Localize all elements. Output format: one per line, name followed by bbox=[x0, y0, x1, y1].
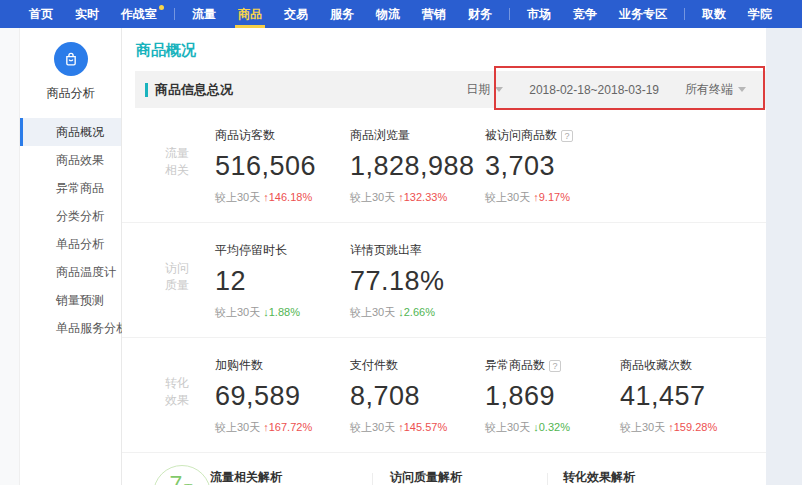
change-up: ↑9.17% bbox=[533, 191, 570, 203]
insight-visit-quality: 访问质量解析 虽然商品详情页日均跳出率比同行平均好，但平均停留时间低于同行平均，… bbox=[390, 469, 562, 485]
help-icon[interactable] bbox=[561, 130, 573, 142]
sidebar-item-single-item-analysis[interactable]: 单品分析 bbox=[20, 230, 121, 258]
page-title: 商品概况 bbox=[122, 28, 766, 71]
chevron-down-icon bbox=[495, 87, 503, 92]
nav-divider bbox=[509, 8, 510, 20]
group-label-traffic: 流量相关 bbox=[165, 127, 215, 205]
terminal-filter-dropdown[interactable]: 所有终端 bbox=[685, 81, 746, 98]
column-divider bbox=[372, 473, 373, 485]
main-content: 商品概况 商品信息总况 日期 2018-02-18~2018-03-19 所有终… bbox=[122, 28, 766, 485]
insight-traffic: 流量相关解析 bbox=[210, 469, 360, 485]
nav-divider bbox=[174, 8, 175, 20]
sidebar-header: 商品分析 bbox=[20, 28, 121, 118]
metric-item-visitors: 商品访客数 516,506 较上30天↑146.18% bbox=[215, 127, 350, 205]
section-header-bar: 商品信息总况 日期 2018-02-18~2018-03-19 所有终端 bbox=[135, 71, 766, 108]
nav-item-marketing[interactable]: 营销 bbox=[411, 0, 457, 28]
filters: 日期 2018-02-18~2018-03-19 所有终端 bbox=[466, 81, 746, 98]
metric-item-paid-units: 支付件数 8,708 较上30天↑145.57% bbox=[350, 357, 485, 435]
nav-item-traffic[interactable]: 流量 bbox=[181, 0, 227, 28]
sidebar-item-goods-overview[interactable]: 商品概况 bbox=[20, 118, 121, 146]
change-down: ↓1.88% bbox=[263, 306, 300, 318]
metric-value: 1,828,988 bbox=[350, 151, 485, 182]
change-up: ↑132.33% bbox=[398, 191, 447, 203]
group-label-visit-quality: 访问质量 bbox=[165, 242, 215, 320]
metric-item-cart-adds: 加购件数 69,589 较上30天↑167.72% bbox=[215, 357, 350, 435]
metric-item-avg-stay-time: 平均停留时长 12 较上30天↓1.88% bbox=[215, 242, 350, 320]
seven-day-badge: 7天 数据解读 bbox=[153, 465, 211, 485]
chevron-down-icon bbox=[738, 87, 746, 92]
insight-conversion: 转化效果解析 加购转化率表现还不错，但支付转化率低于同行平均，赶快到异常商品并结… bbox=[563, 469, 753, 485]
nav-item-warroom[interactable]: 作战室 bbox=[110, 0, 168, 28]
metric-row-visit-quality: 访问质量 平均停留时长 12 较上30天↓1.88% 详情页跳出率 77.18%… bbox=[122, 222, 766, 337]
nav-item-competition[interactable]: 竞争 bbox=[562, 0, 608, 28]
change-up: ↑159.28% bbox=[668, 421, 717, 433]
sidebar-item-goods-thermometer[interactable]: 商品温度计 bbox=[20, 258, 121, 286]
notification-dot-icon bbox=[159, 5, 164, 10]
sidebar-item-category-analysis[interactable]: 分类分析 bbox=[20, 202, 121, 230]
insights-section: 7天 数据解读 流量相关解析 访问质量解析 虽然商品详情页日均跳出率比同行平均好… bbox=[122, 452, 766, 485]
group-label-conversion: 转化效果 bbox=[165, 357, 215, 435]
metric-value: 1,869 bbox=[485, 381, 620, 412]
sidebar: 商品分析 商品概况 商品效果 异常商品 分类分析 单品分析 商品温度计 销量预测… bbox=[20, 28, 122, 485]
date-filter-dropdown[interactable]: 日期 bbox=[466, 81, 503, 98]
metric-item-abnormal-goods: 异常商品数 1,869 较上30天↓0.32% bbox=[485, 357, 620, 435]
nav-item-logistics[interactable]: 物流 bbox=[365, 0, 411, 28]
nav-item-home[interactable]: 首页 bbox=[18, 0, 64, 28]
help-icon[interactable] bbox=[549, 360, 561, 372]
nav-item-realtime[interactable]: 实时 bbox=[64, 0, 110, 28]
metric-row-traffic: 流量相关 商品访客数 516,506 较上30天↑146.18% 商品浏览量 1… bbox=[122, 108, 766, 222]
sidebar-item-sales-forecast[interactable]: 销量预测 bbox=[20, 286, 121, 314]
nav-item-goods[interactable]: 商品 bbox=[227, 0, 273, 28]
change-up: ↑146.18% bbox=[263, 191, 312, 203]
metric-value: 12 bbox=[215, 266, 350, 297]
top-nav: 首页 实时 作战室 流量 商品 交易 服务 物流 营销 财务 市场 竞争 业务专… bbox=[0, 0, 802, 28]
date-range-value[interactable]: 2018-02-18~2018-03-19 bbox=[529, 83, 659, 97]
metric-item-bounce-rate: 详情页跳出率 77.18% 较上30天↓2.66% bbox=[350, 242, 485, 320]
nav-item-trade[interactable]: 交易 bbox=[273, 0, 319, 28]
nav-item-service[interactable]: 服务 bbox=[319, 0, 365, 28]
metric-value: 516,506 bbox=[215, 151, 350, 182]
metric-item-visited-goods: 被访问商品数 3,703 较上30天↑9.17% bbox=[485, 127, 620, 205]
change-down: ↓2.66% bbox=[398, 306, 435, 318]
metric-row-conversion: 转化效果 加购件数 69,589 较上30天↑167.72% 支付件数 8,70… bbox=[122, 337, 766, 452]
section-title: 商品信息总况 bbox=[155, 81, 233, 99]
metric-value: 77.18% bbox=[350, 266, 485, 297]
nav-item-bizzone[interactable]: 业务专区 bbox=[608, 0, 678, 28]
metric-value: 8,708 bbox=[350, 381, 485, 412]
metric-item-favorites: 商品收藏次数 41,457 较上30天↑159.28% bbox=[620, 357, 755, 435]
sidebar-panel-title: 商品分析 bbox=[20, 85, 121, 102]
metric-value: 69,589 bbox=[215, 381, 350, 412]
nav-item-market[interactable]: 市场 bbox=[516, 0, 562, 28]
sidebar-item-abnormal-goods[interactable]: 异常商品 bbox=[20, 174, 121, 202]
left-edge-strip bbox=[0, 28, 20, 485]
metric-value: 3,703 bbox=[485, 151, 620, 182]
nav-item-data-fetch[interactable]: 取数 bbox=[691, 0, 737, 28]
change-down: ↓0.32% bbox=[533, 421, 570, 433]
nav-item-finance[interactable]: 财务 bbox=[457, 0, 503, 28]
right-edge-strip bbox=[766, 28, 802, 485]
change-up: ↑167.72% bbox=[263, 421, 312, 433]
metric-item-pageviews: 商品浏览量 1,828,988 较上30天↑132.33% bbox=[350, 127, 485, 205]
section-accent-bar bbox=[145, 83, 148, 97]
goods-analysis-icon bbox=[54, 42, 88, 76]
metric-value: 41,457 bbox=[620, 381, 755, 412]
change-up: ↑145.57% bbox=[398, 421, 447, 433]
sidebar-item-single-item-service[interactable]: 单品服务分析 bbox=[20, 314, 121, 342]
nav-divider bbox=[684, 8, 685, 20]
sidebar-item-goods-effect[interactable]: 商品效果 bbox=[20, 146, 121, 174]
nav-item-academy[interactable]: 学院 bbox=[737, 0, 783, 28]
